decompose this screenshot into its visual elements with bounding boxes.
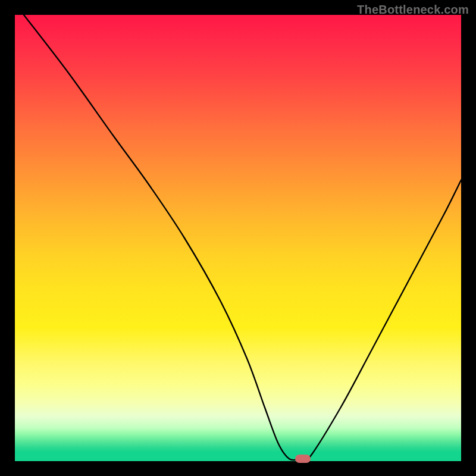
plot-area	[15, 15, 461, 461]
optimal-point-marker	[295, 455, 311, 463]
bottleneck-curve	[15, 15, 461, 461]
watermark-text: TheBottleneck.com	[357, 3, 469, 17]
chart-frame: TheBottleneck.com	[0, 0, 476, 476]
